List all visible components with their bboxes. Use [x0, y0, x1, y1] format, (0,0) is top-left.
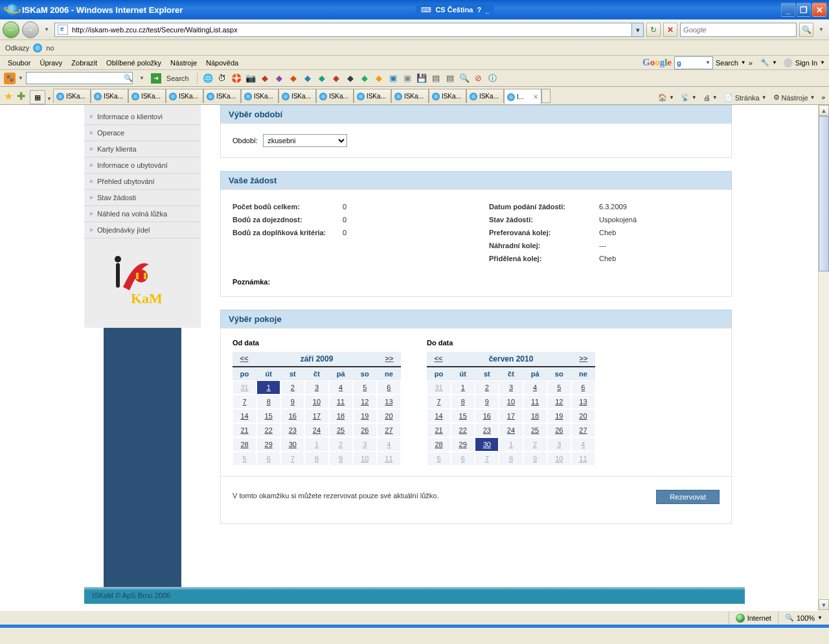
tool1-icon[interactable]: ◆ — [260, 73, 270, 84]
browser-tab[interactable]: ISKa... — [203, 89, 241, 103]
calendar-day[interactable]: 8 — [451, 395, 475, 409]
calendar-day[interactable]: 20 — [377, 409, 401, 423]
status-zone[interactable]: Internet — [729, 611, 778, 625]
calendar-day[interactable]: 19 — [547, 409, 571, 423]
calendar-day[interactable]: 22 — [451, 423, 475, 437]
calendar-day[interactable]: 25 — [523, 423, 547, 437]
calendar-day[interactable]: 23 — [280, 423, 304, 437]
tool4-icon[interactable]: ◆ — [302, 73, 313, 84]
calendar-day[interactable]: 1 — [499, 437, 523, 452]
tool12-icon[interactable]: 💾 — [416, 73, 427, 84]
toolbar-search-button[interactable]: Search — [164, 75, 192, 82]
calendar-day[interactable]: 4 — [523, 380, 547, 395]
scroll-down-button[interactable]: ▼ — [819, 599, 829, 610]
calendar-day[interactable]: 9 — [280, 395, 304, 409]
calendar-day[interactable]: 8 — [256, 395, 280, 409]
calendar-day[interactable]: 2 — [523, 437, 547, 452]
calendar-day[interactable]: 14 — [233, 409, 256, 423]
calendar-day[interactable]: 6 — [377, 380, 401, 395]
google-more[interactable]: » — [749, 59, 753, 67]
calendar-day[interactable]: 5 — [233, 452, 256, 466]
tool15-icon[interactable]: 🔍 — [459, 73, 470, 84]
calendar-day[interactable]: 7 — [233, 395, 256, 409]
calendar-day[interactable]: 27 — [377, 423, 401, 437]
calendar-day[interactable]: 10 — [547, 452, 571, 466]
address-bar[interactable]: ▾ — [54, 23, 644, 37]
calendar-day[interactable]: 19 — [353, 409, 377, 423]
calendar-day[interactable]: 9 — [523, 452, 547, 466]
restore-button[interactable]: ❐ — [797, 3, 811, 17]
sidebar-item[interactable]: Přehled ubytování — [84, 174, 201, 190]
calendar-day[interactable]: 2 — [280, 380, 304, 395]
calendar-to-prev[interactable]: << — [427, 352, 450, 366]
menu-file[interactable]: Soubor — [4, 58, 34, 68]
sidebar-item[interactable]: Stav žádosti — [84, 190, 201, 206]
calendar-day[interactable]: 28 — [233, 437, 256, 452]
calendar-to-next[interactable]: >> — [572, 352, 595, 366]
browser-search-input[interactable] — [681, 26, 796, 34]
tool16-icon[interactable]: ⊘ — [473, 73, 484, 84]
calendar-day[interactable]: 31 — [233, 380, 256, 395]
calendar-day[interactable]: 24 — [499, 423, 523, 437]
lifering-icon[interactable]: 🛟 — [231, 73, 242, 84]
sidebar-item[interactable]: Informace o ubytování — [84, 157, 201, 174]
tool17-icon[interactable]: ⓘ — [488, 73, 498, 84]
calendar-day[interactable]: 13 — [571, 395, 595, 409]
browser-search-box[interactable] — [680, 23, 797, 37]
tool7-icon[interactable]: ◆ — [345, 73, 356, 84]
calendar-day[interactable]: 14 — [427, 409, 451, 423]
forward-button[interactable]: → — [22, 21, 39, 38]
period-select[interactable]: zkusebni — [263, 134, 347, 147]
calendar-day[interactable]: 17 — [304, 409, 328, 423]
calendar-day[interactable]: 5 — [427, 452, 451, 466]
help-icon[interactable]: ? — [477, 6, 481, 14]
browser-tab[interactable]: ISKa... — [166, 89, 203, 103]
tool5-icon[interactable]: ◆ — [317, 73, 327, 84]
app-icon[interactable]: 🐾 — [4, 73, 16, 84]
menu-help[interactable]: Nápověda — [202, 58, 242, 68]
calendar-day[interactable]: 15 — [451, 409, 475, 423]
calendar-day[interactable]: 20 — [571, 409, 595, 423]
tabbar-more[interactable]: » — [821, 94, 825, 101]
add-favorite-icon[interactable]: ✚ — [17, 90, 28, 102]
calendar-day[interactable]: 17 — [499, 409, 523, 423]
calendar-day[interactable]: 15 — [256, 409, 280, 423]
calendar-day[interactable]: 31 — [427, 380, 451, 395]
calendar-day[interactable]: 1 — [451, 380, 475, 395]
vertical-scrollbar[interactable]: ▲ ▼ — [818, 105, 829, 610]
refresh-button[interactable]: ↻ — [646, 23, 661, 37]
nav-history-dropdown[interactable]: ▼ — [41, 27, 52, 32]
calendar-day[interactable]: 22 — [256, 423, 280, 437]
calendar-day[interactable]: 3 — [547, 437, 571, 452]
calendar-day[interactable]: 8 — [499, 452, 523, 466]
calendar-day[interactable]: 7 — [280, 452, 304, 466]
calendar-from-prev[interactable]: << — [233, 352, 256, 366]
tab-close-icon[interactable]: ✕ — [533, 93, 538, 100]
calendar-day[interactable]: 28 — [427, 437, 451, 452]
calendar-day[interactable]: 6 — [451, 452, 475, 466]
calendar-day[interactable]: 6 — [256, 452, 280, 466]
calendar-day[interactable]: 11 — [329, 395, 353, 409]
calendar-day[interactable]: 5 — [353, 380, 377, 395]
quick-tabs-button[interactable]: ▦ — [30, 90, 45, 104]
browser-tab[interactable]: ISKa... — [53, 89, 91, 103]
google-search-label[interactable]: Search — [716, 59, 738, 67]
links-item[interactable]: no — [46, 44, 54, 52]
address-dropdown[interactable]: ▾ — [631, 23, 643, 36]
browser-tab[interactable]: ISKa... — [316, 89, 354, 103]
calendar-day[interactable]: 27 — [571, 423, 595, 437]
calendar-day[interactable]: 12 — [353, 395, 377, 409]
sidebar-item[interactable]: Karty klienta — [84, 141, 201, 157]
tool11-icon[interactable]: ▣ — [402, 73, 413, 84]
calendar-day[interactable]: 7 — [475, 452, 499, 466]
calendar-from-next[interactable]: >> — [378, 352, 401, 366]
calendar-day[interactable]: 10 — [499, 395, 523, 409]
calendar-day[interactable]: 29 — [256, 437, 280, 452]
page-menu-button[interactable]: 📄Stránka▼ — [724, 93, 767, 102]
calendar-day[interactable]: 10 — [353, 452, 377, 466]
watch-icon[interactable]: ⏱ — [217, 73, 227, 84]
browser-tab[interactable]: ISKa... — [429, 89, 466, 103]
back-button[interactable]: ← — [3, 21, 19, 38]
browser-tab[interactable]: ISKa... — [391, 89, 429, 103]
calendar-day[interactable]: 26 — [547, 423, 571, 437]
